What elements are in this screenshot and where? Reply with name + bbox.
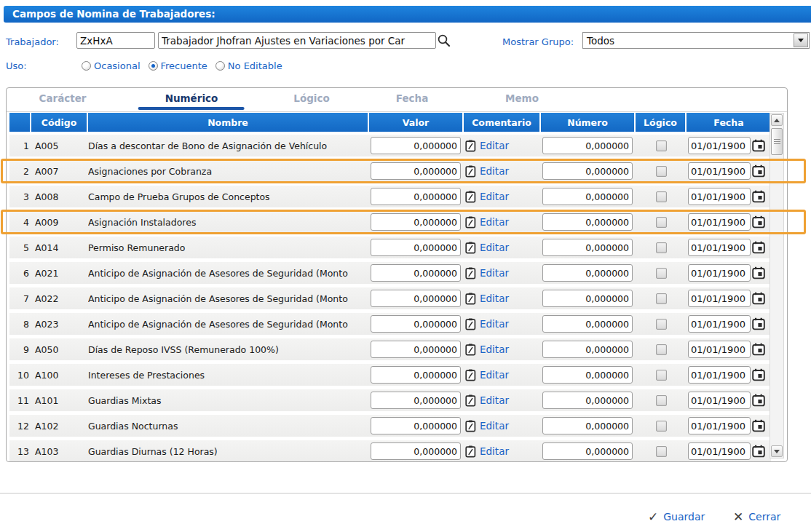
trabajador-code-input[interactable] — [76, 32, 155, 49]
editar-link[interactable]: Editar — [480, 445, 509, 457]
numero-input[interactable] — [542, 442, 633, 460]
logico-checkbox[interactable] — [656, 217, 667, 228]
radio-icon[interactable] — [215, 61, 225, 71]
fecha-input[interactable] — [688, 392, 751, 409]
edit-icon[interactable] — [465, 420, 476, 432]
calendar-icon[interactable] — [751, 291, 766, 306]
numero-input[interactable] — [542, 213, 633, 231]
fecha-input[interactable] — [688, 341, 751, 358]
numero-input[interactable] — [542, 341, 633, 358]
calendar-icon[interactable] — [751, 189, 766, 204]
close-button[interactable]: ✕ Cerrar — [733, 509, 780, 524]
logico-checkbox[interactable] — [656, 319, 667, 330]
logico-checkbox[interactable] — [656, 344, 667, 355]
editar-link[interactable]: Editar — [480, 165, 509, 177]
calendar-icon[interactable] — [751, 240, 766, 255]
logico-checkbox[interactable] — [656, 140, 667, 151]
vertical-scrollbar[interactable] — [770, 113, 784, 458]
fecha-input[interactable] — [688, 417, 751, 434]
save-button[interactable]: ✓ Guardar — [648, 509, 705, 524]
uso-radio-no-editable[interactable]: No Editable — [215, 60, 282, 71]
numero-input[interactable] — [542, 366, 633, 384]
numero-input[interactable] — [542, 162, 633, 180]
scroll-down-button[interactable] — [771, 445, 783, 457]
editar-link[interactable]: Editar — [480, 394, 509, 406]
valor-input[interactable] — [371, 290, 461, 307]
trabajador-name-input[interactable] — [158, 32, 436, 49]
valor-input[interactable] — [371, 137, 461, 154]
fecha-input[interactable] — [688, 442, 751, 460]
calendar-icon[interactable] — [751, 317, 766, 331]
uso-radio-frecuente[interactable]: Frecuente — [149, 60, 207, 71]
valor-input[interactable] — [371, 188, 461, 205]
numero-input[interactable] — [542, 290, 633, 307]
calendar-icon[interactable] — [751, 164, 766, 178]
valor-input[interactable] — [371, 315, 461, 333]
logico-checkbox[interactable] — [656, 242, 667, 253]
edit-icon[interactable] — [465, 394, 476, 407]
logico-checkbox[interactable] — [656, 293, 667, 304]
editar-link[interactable]: Editar — [480, 420, 509, 432]
tab-fecha[interactable]: Fecha — [396, 92, 429, 104]
calendar-icon[interactable] — [751, 418, 766, 433]
tab-logico[interactable]: Lógico — [293, 92, 329, 104]
fecha-input[interactable] — [688, 239, 751, 256]
calendar-icon[interactable] — [751, 266, 766, 280]
logico-checkbox[interactable] — [656, 446, 667, 457]
edit-icon[interactable] — [465, 216, 476, 229]
scrollbar-thumb[interactable] — [771, 128, 783, 155]
numero-input[interactable] — [542, 137, 633, 154]
logico-checkbox[interactable] — [656, 395, 667, 406]
logico-checkbox[interactable] — [656, 268, 667, 279]
numero-input[interactable] — [542, 392, 633, 409]
edit-icon[interactable] — [465, 318, 476, 330]
editar-link[interactable]: Editar — [480, 242, 509, 253]
editar-link[interactable]: Editar — [480, 344, 509, 355]
numero-input[interactable] — [542, 188, 633, 205]
calendar-icon[interactable] — [751, 368, 766, 382]
editar-link[interactable]: Editar — [480, 293, 509, 304]
numero-input[interactable] — [542, 239, 633, 256]
fecha-input[interactable] — [688, 315, 751, 333]
fecha-input[interactable] — [688, 213, 751, 231]
fecha-input[interactable] — [688, 137, 751, 154]
edit-icon[interactable] — [465, 267, 476, 279]
radio-icon[interactable] — [149, 61, 158, 71]
tab-numerico[interactable]: Numérico — [165, 92, 218, 104]
chevron-down-icon[interactable] — [794, 33, 808, 47]
editar-link[interactable]: Editar — [480, 191, 509, 202]
scroll-up-button[interactable] — [771, 114, 783, 126]
edit-icon[interactable] — [465, 369, 476, 381]
uso-radio-ocasional[interactable]: Ocasional — [82, 60, 141, 71]
editar-link[interactable]: Editar — [480, 267, 509, 279]
editar-link[interactable]: Editar — [480, 140, 509, 151]
logico-checkbox[interactable] — [656, 421, 667, 432]
edit-icon[interactable] — [465, 293, 476, 305]
tab-caracter[interactable]: Carácter — [39, 92, 86, 104]
logico-checkbox[interactable] — [656, 370, 667, 381]
edit-icon[interactable] — [465, 191, 476, 203]
edit-icon[interactable] — [465, 165, 476, 178]
numero-input[interactable] — [542, 417, 633, 434]
valor-input[interactable] — [371, 392, 461, 409]
valor-input[interactable] — [371, 264, 461, 282]
calendar-icon[interactable] — [751, 138, 766, 153]
valor-input[interactable] — [371, 213, 461, 231]
fecha-input[interactable] — [688, 366, 751, 384]
valor-input[interactable] — [371, 162, 461, 180]
numero-input[interactable] — [542, 264, 633, 282]
logico-checkbox[interactable] — [656, 166, 667, 177]
edit-icon[interactable] — [465, 344, 476, 356]
valor-input[interactable] — [371, 442, 461, 460]
fecha-input[interactable] — [688, 290, 751, 307]
fecha-input[interactable] — [688, 162, 751, 180]
valor-input[interactable] — [371, 341, 461, 358]
valor-input[interactable] — [371, 366, 461, 384]
valor-input[interactable] — [371, 417, 461, 434]
edit-icon[interactable] — [465, 140, 476, 152]
radio-icon[interactable] — [82, 61, 91, 71]
edit-icon[interactable] — [465, 242, 476, 254]
mostrar-grupo-select[interactable]: Todos — [582, 32, 810, 49]
numero-input[interactable] — [542, 315, 633, 333]
calendar-icon[interactable] — [751, 215, 766, 229]
